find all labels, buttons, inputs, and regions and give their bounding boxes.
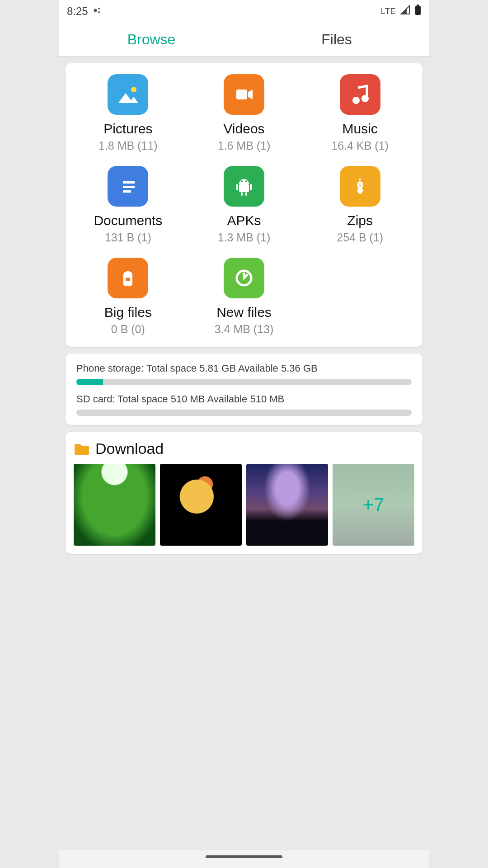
svg-rect-9 bbox=[123, 181, 135, 184]
category-info: 254 B (1) bbox=[337, 231, 383, 244]
storage-card: Phone storage: Total space 5.81 GB Avail… bbox=[66, 354, 422, 425]
sd-storage[interactable]: SD card: Total space 510 MB Available 51… bbox=[76, 393, 412, 416]
svg-rect-22 bbox=[126, 278, 130, 281]
download-card: Download +7 bbox=[66, 432, 422, 554]
svg-point-5 bbox=[131, 87, 136, 92]
svg-rect-13 bbox=[236, 184, 238, 190]
thumb-night[interactable] bbox=[246, 464, 328, 546]
category-info: 1.8 MB (11) bbox=[99, 139, 158, 152]
category-info: 1.3 MB (1) bbox=[218, 231, 271, 244]
download-title: Download bbox=[95, 440, 164, 458]
sd-storage-text: SD card: Total space 510 MB Available 51… bbox=[76, 393, 412, 405]
category-info: 3.4 MB (13) bbox=[215, 323, 274, 336]
category-documents[interactable]: Documents131 B (1) bbox=[70, 166, 186, 244]
status-time: 8:25 bbox=[67, 5, 88, 18]
category-name: Big files bbox=[104, 305, 152, 320]
svg-rect-21 bbox=[127, 271, 129, 276]
sd-storage-bar bbox=[76, 410, 412, 416]
svg-point-18 bbox=[245, 180, 247, 182]
tab-browse[interactable]: Browse bbox=[59, 23, 244, 56]
top-tabs: Browse Files bbox=[59, 23, 429, 57]
category-info: 16.4 KB (1) bbox=[331, 139, 388, 152]
category-videos[interactable]: Videos1.6 MB (1) bbox=[186, 74, 302, 152]
category-zips[interactable]: Zips254 B (1) bbox=[302, 166, 418, 244]
phone-storage-bar bbox=[76, 379, 412, 385]
svg-point-2 bbox=[98, 11, 100, 13]
category-info: 131 B (1) bbox=[105, 231, 151, 244]
folder-icon bbox=[74, 441, 90, 457]
svg-point-17 bbox=[241, 180, 243, 182]
svg-point-1 bbox=[98, 8, 100, 9]
category-name: Documents bbox=[94, 213, 162, 228]
category-name: Music bbox=[342, 121, 377, 137]
download-header[interactable]: Download bbox=[74, 440, 414, 458]
svg-rect-12 bbox=[239, 184, 249, 192]
zips-icon bbox=[340, 166, 380, 207]
category-pictures[interactable]: Pictures1.8 MB (11) bbox=[70, 74, 186, 152]
svg-rect-10 bbox=[123, 186, 135, 188]
svg-point-8 bbox=[361, 95, 369, 102]
category-info: 1.6 MB (1) bbox=[218, 139, 271, 152]
svg-rect-16 bbox=[245, 192, 247, 196]
signal-icon bbox=[400, 5, 410, 18]
category-name: New files bbox=[216, 305, 272, 320]
category-name: Zips bbox=[347, 213, 373, 228]
svg-rect-3 bbox=[417, 5, 419, 6]
category-name: Videos bbox=[223, 121, 264, 137]
status-bar: 8:25 LTE bbox=[59, 0, 429, 23]
svg-rect-14 bbox=[250, 184, 252, 190]
category-newfiles[interactable]: New files3.4 MB (13) bbox=[186, 258, 302, 336]
svg-rect-6 bbox=[236, 90, 247, 99]
more-count: +7 bbox=[363, 494, 385, 516]
battery-icon bbox=[415, 5, 421, 18]
category-info: 0 B (0) bbox=[111, 323, 145, 336]
thumb-garden[interactable] bbox=[74, 464, 155, 546]
documents-icon bbox=[108, 166, 148, 207]
category-name: APKs bbox=[227, 213, 261, 228]
category-name: Pictures bbox=[103, 121, 152, 137]
thumb-bird[interactable] bbox=[160, 464, 242, 546]
tab-files[interactable]: Files bbox=[244, 23, 429, 56]
category-music[interactable]: Music16.4 KB (1) bbox=[302, 74, 418, 152]
videos-icon bbox=[224, 74, 264, 115]
assistant-icon bbox=[93, 5, 102, 18]
svg-rect-15 bbox=[241, 192, 243, 196]
bigfiles-icon bbox=[108, 258, 148, 298]
svg-rect-4 bbox=[415, 6, 421, 15]
categories-card: Pictures1.8 MB (11)Videos1.6 MB (1)Music… bbox=[66, 63, 422, 347]
music-icon bbox=[340, 74, 380, 115]
svg-point-7 bbox=[352, 97, 360, 104]
apks-icon bbox=[224, 166, 264, 207]
newfiles-icon bbox=[224, 258, 264, 298]
category-apks[interactable]: APKs1.3 MB (1) bbox=[186, 166, 302, 244]
thumb-more[interactable]: +7 bbox=[333, 464, 414, 546]
category-bigfiles[interactable]: Big files0 B (0) bbox=[70, 258, 186, 336]
svg-point-0 bbox=[94, 9, 97, 12]
svg-rect-11 bbox=[123, 190, 131, 193]
phone-storage-text: Phone storage: Total space 5.81 GB Avail… bbox=[76, 363, 412, 374]
navigation-handle[interactable] bbox=[206, 855, 282, 858]
status-network: LTE bbox=[381, 7, 396, 16]
phone-storage[interactable]: Phone storage: Total space 5.81 GB Avail… bbox=[76, 363, 412, 385]
pictures-icon bbox=[108, 74, 148, 115]
